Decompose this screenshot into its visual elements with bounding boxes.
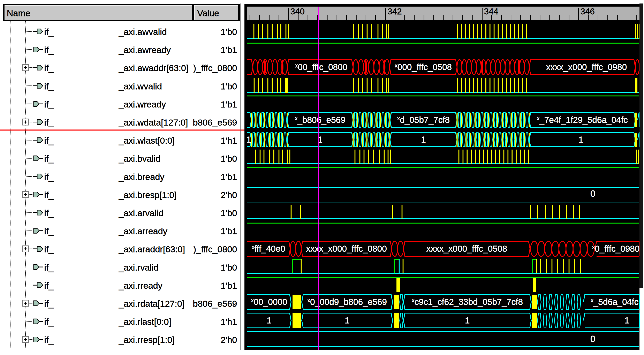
svg-text:Value: Value: [197, 8, 219, 18]
svg-text:_axi.rvalid: _axi.rvalid: [118, 262, 158, 272]
svg-text:_axi.rdata[127:0]: _axi.rdata[127:0]: [118, 299, 184, 308]
svg-text:1'b1: 1'b1: [220, 45, 237, 55]
svg-text:if_: if_: [44, 27, 54, 37]
svg-text:2'h0: 2'h0: [220, 190, 237, 200]
svg-text:_axi.wlast[0:0]: _axi.wlast[0:0]: [118, 136, 174, 146]
svg-text:if_: if_: [44, 136, 54, 146]
svg-text:_axi.wready: _axi.wready: [118, 100, 166, 109]
svg-text:1'b0: 1'b0: [220, 81, 237, 91]
svg-text:if_: if_: [44, 190, 54, 200]
svg-text:if_: if_: [44, 100, 54, 109]
svg-text:_axi.awvalid: _axi.awvalid: [118, 27, 167, 37]
svg-text:)_fffc_0800: )_fffc_0800: [193, 244, 237, 254]
svg-text:1'b1: 1'b1: [220, 100, 237, 109]
svg-text:0: 0: [590, 188, 595, 199]
svg-text:if_: if_: [44, 81, 54, 91]
svg-text:1: 1: [465, 316, 470, 325]
svg-text:_axi.rresp[1:0]: _axi.rresp[1:0]: [118, 335, 174, 345]
svg-text:if_: if_: [44, 63, 54, 73]
svg-text:1: 1: [345, 316, 350, 325]
svg-text:_axi.wdata[127:0]: _axi.wdata[127:0]: [118, 118, 188, 127]
svg-text:b806_e569: b806_e569: [193, 118, 237, 127]
svg-text:1'b0: 1'b0: [220, 208, 237, 218]
svg-text:346: 346: [580, 6, 595, 16]
svg-text:x000_fffc_0508: x000_fffc_0508: [395, 62, 452, 72]
svg-text:x_b806_e569: x_b806_e569: [295, 115, 346, 125]
svg-text:if_: if_: [44, 208, 54, 218]
svg-text:1: 1: [246, 135, 251, 144]
svg-text:_axi.wvalid: _axi.wvalid: [118, 81, 162, 91]
svg-text:)_fffc_0800: )_fffc_0800: [193, 63, 237, 73]
svg-text:_axi.arvalid: _axi.arvalid: [118, 208, 164, 218]
svg-text:340: 340: [290, 6, 305, 16]
svg-text:342: 342: [388, 6, 402, 16]
svg-text:1'h1: 1'h1: [220, 317, 237, 327]
svg-text:x00_fffc_0800: x00_fffc_0800: [295, 62, 347, 72]
svg-text:1'b0: 1'b0: [220, 262, 237, 272]
svg-text:x00_0000: x00_0000: [251, 297, 288, 307]
svg-text:if_: if_: [44, 262, 54, 272]
svg-text:xxxx_x000_fffc_0508: xxxx_x000_fffc_0508: [426, 244, 507, 254]
svg-text:1: 1: [578, 135, 583, 144]
svg-text:_axi.rready: _axi.rready: [118, 281, 162, 290]
svg-text:_axi.araddr[63:0]: _axi.araddr[63:0]: [118, 244, 185, 254]
svg-text:x0_fffc_0980: x0_fffc_0980: [592, 244, 640, 254]
svg-text:_axi.awready: _axi.awready: [118, 45, 171, 55]
svg-text:1: 1: [624, 316, 629, 325]
svg-text:0: 0: [590, 334, 595, 344]
svg-text:1'h1: 1'h1: [220, 136, 237, 146]
svg-text:if_: if_: [44, 317, 54, 327]
svg-text:Name: Name: [7, 8, 30, 18]
svg-text:1: 1: [267, 316, 271, 325]
svg-text:_axi.rlast[0:0]: _axi.rlast[0:0]: [118, 317, 171, 327]
svg-text:xd_05b7_7cf8: xd_05b7_7cf8: [397, 115, 450, 125]
svg-text:xc9c1_cf62_33bd_05b7_7cf8: xc9c1_cf62_33bd_05b7_7cf8: [412, 297, 523, 307]
svg-text:_axi.bvalid: _axi.bvalid: [118, 154, 160, 164]
svg-text:x0_00d9_b806_e569: x0_00d9_b806_e569: [308, 297, 387, 307]
svg-text:if_: if_: [44, 244, 54, 254]
svg-text:if_: if_: [44, 299, 54, 308]
svg-text:1: 1: [421, 135, 426, 144]
svg-text:x_7e4f_1f29_5d6a_04fc: x_7e4f_1f29_5d6a_04fc: [537, 115, 628, 125]
svg-text:2'h0: 2'h0: [220, 335, 237, 345]
svg-text:b806_e569: b806_e569: [193, 299, 237, 308]
svg-text:if_: if_: [44, 45, 54, 55]
svg-text:if_: if_: [44, 281, 54, 290]
svg-text:1'b1: 1'b1: [220, 172, 237, 182]
svg-text:x_5d6a_04fc: x_5d6a_04fc: [591, 297, 639, 307]
svg-text:if_: if_: [44, 335, 54, 345]
svg-text:xxxx_x000_fffc_0980: xxxx_x000_fffc_0980: [546, 62, 627, 72]
svg-text:_axi.arready: _axi.arready: [118, 226, 168, 236]
svg-text:1'b1: 1'b1: [220, 226, 237, 236]
svg-text:if_: if_: [44, 118, 54, 127]
svg-text:xfff_40e0: xfff_40e0: [252, 244, 285, 254]
svg-text:_axi.bready: _axi.bready: [118, 172, 164, 182]
svg-text:_axi.awaddr[63:0]: _axi.awaddr[63:0]: [118, 63, 188, 73]
svg-text:if_: if_: [44, 154, 54, 164]
svg-text:1'b0: 1'b0: [220, 27, 237, 37]
svg-text:_axi.bresp[1:0]: _axi.bresp[1:0]: [118, 190, 177, 200]
svg-text:if_: if_: [44, 226, 54, 236]
svg-text:if_: if_: [44, 172, 54, 182]
svg-text:1'b1: 1'b1: [220, 281, 237, 290]
svg-text:1'b0: 1'b0: [220, 154, 237, 164]
svg-text:344: 344: [484, 6, 498, 16]
